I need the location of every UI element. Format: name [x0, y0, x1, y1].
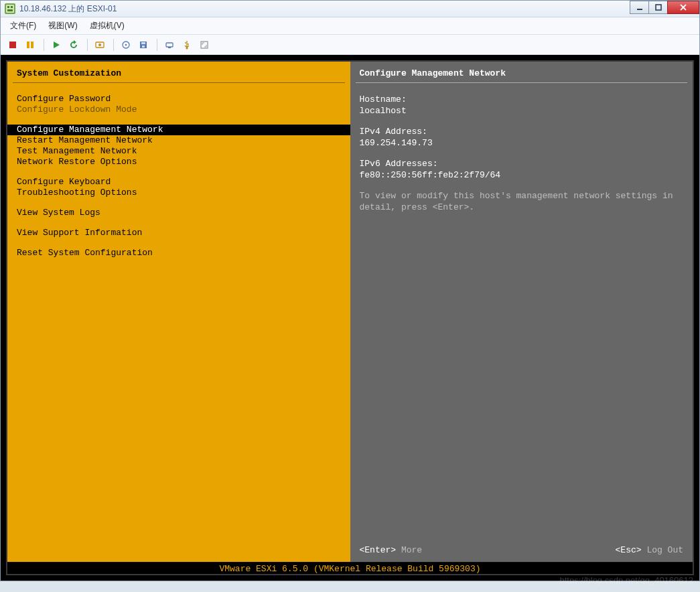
svg-rect-2 [7, 6, 9, 8]
svg-point-14 [125, 44, 127, 46]
vm-console: System Customization Configure PasswordC… [1, 55, 699, 581]
menu-vm[interactable]: 虚拟机(V) [90, 20, 125, 31]
toolbar-divider [44, 39, 44, 51]
build-bar: VMware ESXi 6.5.0 (VMKernel Release Buil… [7, 562, 693, 574]
toolbar-divider [157, 39, 157, 51]
svg-rect-9 [31, 42, 33, 48]
ipv4-label: IPv4 Address: [360, 126, 684, 137]
svg-rect-7 [9, 42, 16, 48]
ipv4-value: 169.254.149.73 [360, 137, 684, 149]
left-pane-title: System Customization [7, 66, 350, 82]
menu-item[interactable]: Reset System Configuration [17, 248, 341, 258]
pause-icon[interactable] [22, 38, 38, 52]
toolbar [1, 35, 699, 55]
menu-item[interactable]: Test Management Network [17, 146, 341, 157]
enter-label: More [401, 545, 422, 555]
titlebar: 10.18.46.132 上的 ESXI-01 [1, 1, 699, 17]
vsphere-icon [5, 3, 15, 14]
svg-rect-1 [6, 5, 14, 13]
toolbar-divider [87, 39, 88, 51]
enter-key[interactable]: <Enter> [360, 545, 397, 555]
menu-item[interactable]: View System Logs [17, 208, 341, 218]
menubar: 文件(F) 视图(W) 虚拟机(V) [1, 17, 699, 35]
toolbar-divider [113, 39, 114, 51]
right-pane: Configure Management Network Hostname: l… [350, 62, 693, 562]
hint-text: To view or modify this host's management… [350, 190, 693, 213]
svg-marker-10 [54, 42, 60, 48]
esc-key[interactable]: <Esc> [616, 545, 642, 555]
screenshot-icon[interactable] [92, 38, 108, 52]
play-icon[interactable] [48, 38, 64, 52]
menu-item[interactable]: Configure Management Network [7, 125, 350, 135]
svg-rect-19 [168, 47, 171, 48]
svg-rect-8 [27, 42, 29, 48]
floppy-icon[interactable] [135, 38, 151, 52]
stop-icon[interactable] [5, 38, 21, 52]
window-title: 10.18.46.132 上的 ESXI-01 [19, 3, 117, 15]
cd-icon[interactable] [118, 38, 134, 52]
menu-item[interactable]: View Support Information [17, 228, 341, 238]
menu-file[interactable]: 文件(F) [10, 20, 36, 31]
footer: <Enter> More <Esc> Log Out [350, 542, 693, 558]
hostname-label: Hostname: [360, 94, 684, 105]
menu-item[interactable]: Network Restore Options [17, 157, 341, 167]
left-pane: System Customization Configure PasswordC… [7, 62, 350, 562]
svg-rect-3 [11, 6, 13, 8]
menu-item[interactable]: Troubleshooting Options [17, 188, 341, 198]
menu-view[interactable]: 视图(W) [48, 20, 77, 31]
right-pane-title: Configure Management Network [350, 66, 693, 82]
maximize-button[interactable] [648, 1, 668, 14]
close-button[interactable] [667, 1, 699, 14]
pane-divider [356, 82, 688, 83]
pane-divider [13, 82, 345, 83]
menu-item[interactable]: Configure Keyboard [17, 177, 341, 188]
esc-label: Log Out [646, 545, 683, 555]
svg-point-20 [186, 47, 188, 49]
svg-rect-4 [7, 9, 13, 11]
hostname-value: localhost [360, 105, 684, 117]
usb-icon[interactable] [179, 38, 195, 52]
svg-rect-5 [637, 9, 642, 10]
svg-rect-18 [166, 43, 173, 47]
svg-rect-16 [141, 42, 145, 44]
minimize-button[interactable] [630, 1, 649, 14]
app-window: 10.18.46.132 上的 ESXI-01 文件(F) 视图(W) 虚拟机(… [0, 0, 700, 581]
ipv6-label: IPv6 Addresses: [360, 158, 684, 169]
menu-item[interactable]: Configure Password [17, 94, 341, 104]
menu-item[interactable]: Restart Management Network [17, 135, 341, 146]
refresh-icon[interactable] [66, 38, 82, 52]
fullscreen-icon[interactable] [196, 38, 212, 52]
svg-rect-6 [656, 5, 661, 10]
svg-point-12 [98, 44, 101, 46]
ipv6-value: fe80::250:56ff:feb2:2f79/64 [360, 169, 684, 181]
menu-item: Configure Lockdown Mode [17, 104, 341, 115]
nic-icon[interactable] [161, 38, 178, 52]
svg-rect-17 [142, 46, 145, 48]
